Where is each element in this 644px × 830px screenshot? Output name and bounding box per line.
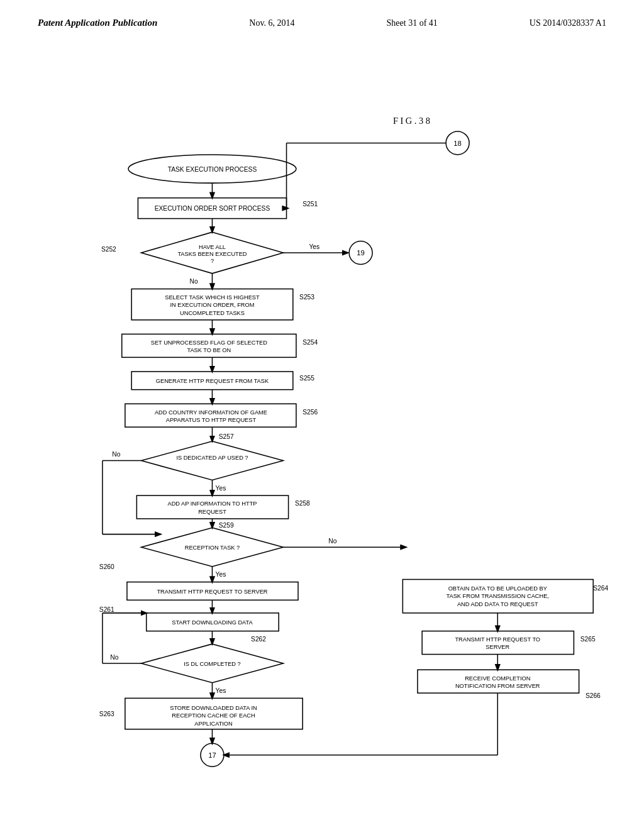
svg-text:No: No: [190, 278, 198, 285]
sheet-info: Sheet 31 of 41: [387, 18, 438, 28]
svg-rect-38: [125, 404, 296, 427]
svg-rect-50: [136, 495, 288, 519]
svg-text:TASK EXECUTION PROCESS: TASK EXECUTION PROCESS: [168, 166, 257, 173]
svg-text:Yes: Yes: [216, 485, 226, 492]
svg-text:S254: S254: [303, 339, 318, 346]
svg-text:No: No: [112, 451, 120, 458]
svg-text:ADD COUNTRY INFORMATION OF GAM: ADD COUNTRY INFORMATION OF GAME: [155, 409, 267, 416]
svg-text:START DOWNLOADING DATA: START DOWNLOADING DATA: [172, 619, 253, 626]
svg-text:19: 19: [357, 249, 365, 257]
svg-text:S260: S260: [99, 563, 114, 570]
svg-text:No: No: [110, 654, 118, 661]
svg-text:SET UNPROCESSED FLAG OF SELECT: SET UNPROCESSED FLAG OF SELECTED: [151, 340, 267, 346]
publication-title: Patent Application Publication: [38, 18, 157, 28]
svg-text:S255: S255: [299, 375, 314, 382]
patent-number: US 2014/0328337 A1: [530, 18, 606, 28]
svg-text:IN EXECUTION ORDER, FROM: IN EXECUTION ORDER, FROM: [170, 302, 255, 308]
svg-text:APPARATUS TO HTTP REQUEST: APPARATUS TO HTTP REQUEST: [166, 417, 257, 423]
svg-text:REQUEST: REQUEST: [198, 509, 226, 515]
svg-text:Yes: Yes: [309, 243, 319, 250]
svg-text:Yes: Yes: [216, 687, 226, 694]
svg-text:S265: S265: [580, 636, 596, 643]
svg-marker-44: [142, 441, 284, 480]
svg-text:S258: S258: [295, 500, 310, 507]
svg-text:S252: S252: [101, 246, 116, 253]
svg-text:18: 18: [453, 140, 462, 147]
svg-text:Yes: Yes: [216, 571, 226, 578]
fig-label: F I G . 3 8: [393, 116, 430, 126]
svg-text:AND ADD DATA TO REQUEST: AND ADD DATA TO REQUEST: [457, 601, 538, 607]
svg-text:NOTIFICATION FROM SERVER: NOTIFICATION FROM SERVER: [455, 683, 540, 689]
svg-rect-29: [122, 334, 296, 357]
svg-text:SERVER: SERVER: [486, 644, 509, 650]
svg-text:TASK FROM TRANSMISSION CACHE,: TASK FROM TRANSMISSION CACHE,: [447, 593, 549, 599]
svg-text:IS DL COMPLETED ?: IS DL COMPLETED ?: [184, 661, 241, 667]
svg-text:UNCOMPLETED TASKS: UNCOMPLETED TASKS: [180, 310, 245, 316]
svg-rect-100: [418, 670, 579, 693]
svg-text:GENERATE HTTP REQUEST FROM TAS: GENERATE HTTP REQUEST FROM TASK: [156, 378, 269, 384]
page-header: Patent Application Publication Nov. 6, 2…: [0, 0, 644, 28]
svg-text:TRANSMIT HTTP REQUEST TO: TRANSMIT HTTP REQUEST TO: [455, 636, 540, 643]
svg-text:S253: S253: [299, 294, 314, 301]
svg-text:OBTAIN DATA TO BE UPLOADED BY: OBTAIN DATA TO BE UPLOADED BY: [448, 585, 547, 592]
svg-text:S251: S251: [303, 201, 318, 208]
svg-text:S257: S257: [219, 433, 234, 440]
svg-text:S256: S256: [303, 409, 318, 416]
svg-text:RECEPTION TASK ?: RECEPTION TASK ?: [185, 545, 240, 551]
svg-text:No: No: [328, 538, 336, 545]
svg-text:TASK TO BE ON: TASK TO BE ON: [187, 347, 231, 353]
svg-text:RECEPTION CACHE OF EACH: RECEPTION CACHE OF EACH: [172, 712, 255, 719]
svg-text:EXECUTION ORDER SORT PROCESS: EXECUTION ORDER SORT PROCESS: [155, 205, 270, 212]
svg-text:S263: S263: [99, 711, 114, 717]
svg-text:STORE DOWNLOADED DATA IN: STORE DOWNLOADED DATA IN: [170, 705, 257, 711]
svg-text:S264: S264: [593, 585, 608, 592]
svg-text:S266: S266: [586, 692, 601, 699]
svg-text:SELECT TASK WHICH IS HIGHEST: SELECT TASK WHICH IS HIGHEST: [165, 294, 260, 301]
svg-text:?: ?: [211, 258, 214, 264]
svg-text:TASKS BEEN EXECUTED: TASKS BEEN EXECUTED: [177, 251, 247, 257]
svg-text:S262: S262: [251, 636, 266, 643]
diagram-area: F I G . 3 8 18 TASK EXECUTION PROCESS EX…: [31, 88, 613, 805]
publication-date: Nov. 6, 2014: [249, 18, 294, 28]
svg-text:17: 17: [208, 751, 216, 759]
svg-text:S259: S259: [219, 522, 234, 529]
svg-text:TRANSMIT HTTP REQUEST TO SERVE: TRANSMIT HTTP REQUEST TO SERVER: [157, 589, 267, 595]
svg-text:IS DEDICATED AP USED ?: IS DEDICATED AP USED ?: [176, 455, 248, 461]
svg-text:APPLICATION: APPLICATION: [194, 721, 232, 727]
svg-text:S261: S261: [99, 606, 114, 613]
svg-text:RECEIVE COMPLETION: RECEIVE COMPLETION: [465, 675, 530, 682]
svg-text:HAVE ALL: HAVE ALL: [199, 244, 226, 250]
svg-text:ADD AP INFORMATION TO HTTP: ADD AP INFORMATION TO HTTP: [167, 501, 257, 507]
svg-rect-95: [422, 631, 574, 655]
